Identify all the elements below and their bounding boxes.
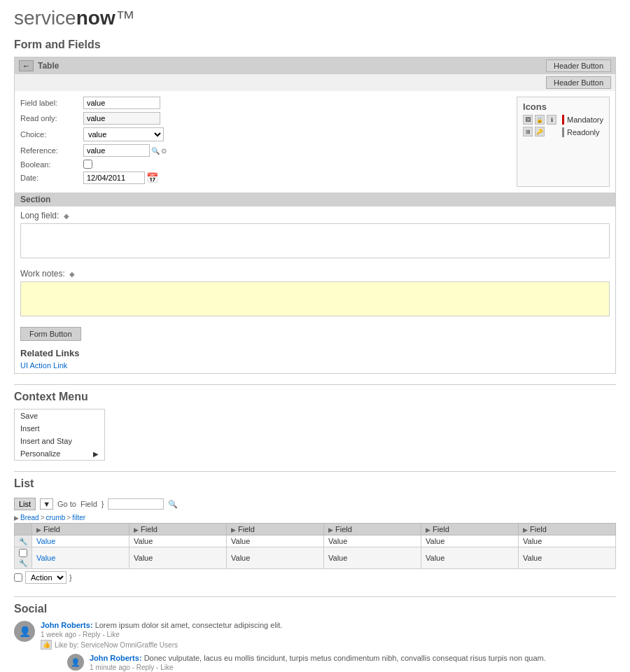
context-menu-item-insert[interactable]: Insert <box>15 422 104 435</box>
calendar-icon[interactable]: 📅 <box>146 172 158 183</box>
col-field-2: ▶Field <box>130 524 227 536</box>
long-field-wrap: Long field: ◆ <box>15 206 615 265</box>
breadcrumb-item-bread[interactable]: Bread <box>20 514 39 522</box>
divider-2 <box>14 471 616 472</box>
action-select[interactable]: Action <box>25 571 66 584</box>
field-row-date: Date: 📅 <box>20 172 510 184</box>
field-row-label: Field label: <box>20 97 510 109</box>
comment-text-nested: John Roberts: Donec vulputate, lacus eu … <box>90 654 616 662</box>
icons-panel: Icons 🖼 🔒 ℹ ⊞ 🔑 <box>517 97 610 187</box>
row-cell-6-2: Value <box>519 547 616 569</box>
row-cell-4-2: Value <box>324 547 421 569</box>
header-button-top[interactable]: Header Button <box>546 59 611 72</box>
field-label-text: Field label: <box>20 99 83 107</box>
nested-comment: 👤 John Roberts: Donec vulputate, lacus e… <box>67 654 616 671</box>
field-reference-label: Reference: <box>20 146 83 155</box>
comment-content-1: Lorem ipsum dolor sit amet, consectetur … <box>95 621 283 629</box>
list-dropdown-icon[interactable]: ▼ <box>40 498 53 510</box>
field-reference-input[interactable] <box>83 144 150 157</box>
row-icon-2: 🔧 <box>19 559 27 567</box>
field-date-input[interactable] <box>83 172 145 184</box>
form-container: ← Table Header Button Header Button Fiel… <box>14 57 616 374</box>
col-field-3: ▶Field <box>227 524 324 536</box>
icon-key[interactable]: 🔑 <box>535 127 545 136</box>
reference-clear-icon[interactable]: ⊙ <box>161 147 167 155</box>
comment-reply-1[interactable]: Reply <box>83 631 101 638</box>
field-date-wrap: 📅 <box>83 172 158 184</box>
work-notes-textarea[interactable] <box>20 281 610 316</box>
row-cell-3-1: Value <box>227 536 324 547</box>
list-toolbar: List ▼ Go to Field } 🔍 <box>14 496 616 512</box>
comment-reply-nested[interactable]: Reply <box>136 664 155 671</box>
site-header: servicenow™ <box>0 0 630 33</box>
avatar-1: 👤 <box>14 621 35 642</box>
social-section: Social 👤 John Roberts: Lorem ipsum dolor… <box>14 603 616 672</box>
context-menu-item-personalize[interactable]: Personalize ▶ <box>15 447 104 460</box>
goto-label: Go to <box>57 500 76 508</box>
related-links-title: Related Links <box>20 348 610 358</box>
action-checkbox[interactable] <box>14 573 22 582</box>
context-menu-personalize-label: Personalize <box>20 449 60 458</box>
breadcrumb: ▶ Bread > crumb > filter <box>14 512 616 523</box>
row-cell-3-2: Value <box>227 547 324 569</box>
comment-time-1: 1 week ago <box>41 631 76 638</box>
context-menu-insert-stay-label: Insert and Stay <box>20 437 72 445</box>
table-label: Table <box>38 61 59 71</box>
avatar-nested: 👤 <box>67 654 84 671</box>
list-search-input[interactable] <box>108 498 164 510</box>
submenu-arrow-icon: ▶ <box>93 450 99 458</box>
icon-info[interactable]: ℹ <box>547 115 556 125</box>
table-nav-button[interactable]: ← <box>19 60 34 71</box>
row-cell-2-2: Value <box>130 547 227 569</box>
header-btn-row: Header Button <box>15 74 615 91</box>
form-fields-left: Field label: Read only: Choice: value <box>20 97 510 187</box>
field-label-input[interactable] <box>83 97 160 109</box>
row-icon-cell-2: 🔧 <box>15 547 32 569</box>
long-field-textarea[interactable] <box>20 223 610 258</box>
list-table-header-row: ▶Field ▶Field ▶Field ▶Field ▶Field ▶Fiel… <box>15 524 616 536</box>
breadcrumb-arrow-icon: ▶ <box>14 514 19 522</box>
form-button[interactable]: Form Button <box>20 327 81 341</box>
field-choice-select[interactable]: value <box>83 127 164 141</box>
ui-action-link[interactable]: UI Action Link <box>20 361 67 370</box>
legend-readonly: Readonly <box>562 127 603 137</box>
row-cell-value-link-1: Value <box>32 536 130 547</box>
row-checkbox-2[interactable] <box>19 549 27 557</box>
breadcrumb-sep-2: > <box>66 514 71 522</box>
icon-grid[interactable]: ⊞ <box>523 127 533 136</box>
row-cell-5-1: Value <box>421 536 519 547</box>
context-menu-save-label: Save <box>20 412 38 420</box>
icon-lock[interactable]: 🔒 <box>535 115 545 125</box>
action-bracket: } <box>69 573 72 582</box>
comment-like-1[interactable]: Like <box>107 631 120 638</box>
long-field-label: Long field: <box>20 211 59 220</box>
field-choice-label: Choice: <box>20 130 83 139</box>
context-menu-item-insert-stay[interactable]: Insert and Stay <box>15 435 104 447</box>
comment-like-nested[interactable]: Like <box>160 664 173 671</box>
comment-author-1: John Roberts: <box>41 621 93 629</box>
context-menu-wrap: Context Menu Save Insert Insert and Stay… <box>14 391 616 461</box>
list-button[interactable]: List <box>14 498 36 510</box>
field-boolean-checkbox[interactable] <box>83 160 92 169</box>
table-header-bar: ← Table Header Button <box>15 57 615 74</box>
list-section-title: List <box>14 477 616 490</box>
reference-search-icon[interactable]: 🔍 <box>151 147 160 155</box>
header-button-second[interactable]: Header Button <box>546 76 611 89</box>
related-links-wrap: Related Links UI Action Link <box>15 345 615 373</box>
list-table: ▶Field ▶Field ▶Field ▶Field ▶Field ▶Fiel… <box>14 523 616 569</box>
list-search-button[interactable]: 🔍 <box>168 500 178 509</box>
goto-bracket: } <box>102 500 104 508</box>
row-value-link-2[interactable]: Value <box>36 554 55 562</box>
icon-image[interactable]: 🖼 <box>523 115 533 125</box>
icons-panel-inner: 🖼 🔒 ℹ ⊞ 🔑 Mand <box>523 115 603 137</box>
breadcrumb-item-crumb[interactable]: crumb <box>46 514 66 522</box>
field-boolean-label: Boolean: <box>20 160 83 169</box>
row-value-link-1[interactable]: Value <box>36 537 55 545</box>
action-row: Action } <box>14 569 616 586</box>
col-field-4: ▶Field <box>324 524 421 536</box>
field-readonly-input[interactable] <box>83 112 160 125</box>
breadcrumb-item-filter[interactable]: filter <box>72 514 85 522</box>
divider-3 <box>14 596 616 597</box>
context-menu-item-save[interactable]: Save <box>15 410 104 422</box>
field-reference-wrap: 🔍 ⊙ <box>83 144 167 157</box>
